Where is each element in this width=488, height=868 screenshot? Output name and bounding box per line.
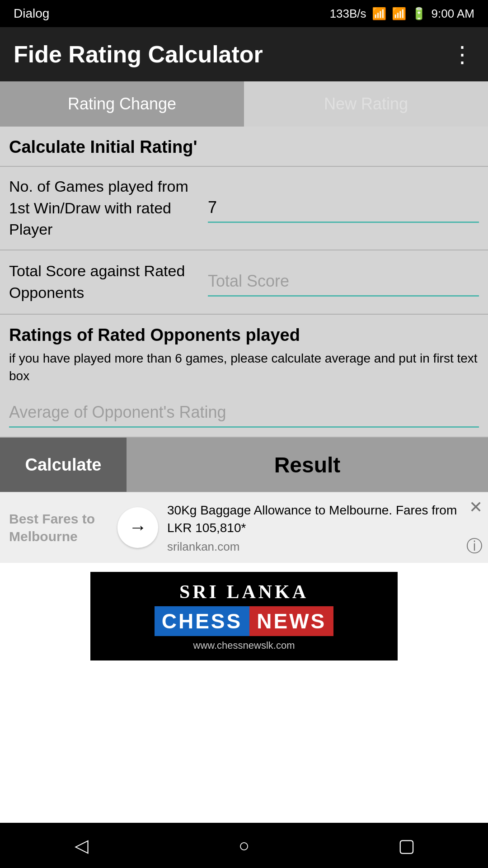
- recent-icon: ▢: [398, 835, 415, 856]
- chess-banner-line2: CHESS NEWS: [108, 606, 380, 636]
- time-display: 9:00 AM: [432, 7, 474, 21]
- section-title: Calculate Initial Rating': [9, 137, 197, 156]
- ad-main-text: 30Kg Baggage Allowance to Melbourne. Far…: [167, 501, 479, 537]
- ratings-section: Ratings of Rated Opponents played if you…: [0, 315, 488, 398]
- games-input[interactable]: [208, 193, 479, 223]
- games-input-container: [199, 193, 479, 223]
- ratings-note: if you have played more than 6 games, pl…: [9, 349, 479, 385]
- app-name: Dialog: [14, 6, 49, 21]
- chess-banner-chess: CHESS: [155, 606, 249, 636]
- more-menu-icon[interactable]: ⋮: [451, 41, 474, 67]
- chess-news-banner: SRI LANKA CHESS NEWS www.chessnewslk.com: [0, 563, 488, 670]
- ad-source: srilankan.com: [167, 540, 479, 554]
- ad-arrow-circle[interactable]: →: [117, 507, 158, 548]
- battery-icon: 🔋: [412, 7, 426, 21]
- total-score-row: Total Score against Rated Opponents: [0, 250, 488, 314]
- signal-icon: 📶: [392, 7, 406, 21]
- ratings-input-container: [0, 398, 488, 437]
- total-score-label: Total Score against Rated Opponents: [9, 260, 199, 303]
- ad-info-button[interactable]: ⓘ: [466, 535, 483, 557]
- games-row: No. of Games played from 1st Win/Draw wi…: [0, 167, 488, 250]
- bottom-nav: ◁ ○ ▢: [0, 823, 488, 868]
- ad-close-button[interactable]: ✕: [469, 498, 483, 517]
- chess-banner-content: SRI LANKA CHESS NEWS www.chessnewslk.com: [90, 572, 398, 660]
- app-title: Fide Rating Calculator: [14, 41, 263, 68]
- total-score-input-container: [199, 267, 479, 297]
- nav-back-button[interactable]: ◁: [63, 827, 99, 863]
- status-bar: Dialog 133B/s 📶 📶 🔋 9:00 AM: [0, 0, 488, 27]
- tab-rating-change[interactable]: Rating Change: [0, 81, 244, 127]
- ad-left-text: Best Fares to Melbourne: [9, 510, 108, 545]
- nav-recent-button[interactable]: ▢: [389, 827, 425, 863]
- calculate-button[interactable]: Calculate: [0, 438, 127, 492]
- back-icon: ◁: [75, 835, 89, 856]
- result-label: Result: [127, 453, 488, 477]
- wifi-icon: 📶: [372, 7, 386, 21]
- main-content: Calculate Initial Rating' No. of Games p…: [0, 127, 488, 868]
- nav-home-button[interactable]: ○: [226, 827, 262, 863]
- games-label: No. of Games played from 1st Win/Draw wi…: [9, 176, 199, 241]
- tab-new-rating-label: New Rating: [324, 94, 408, 113]
- chess-banner-news: NEWS: [249, 606, 333, 636]
- ad-right-content: 30Kg Baggage Allowance to Melbourne. Far…: [167, 501, 479, 553]
- chess-banner-line1: SRI LANKA: [108, 581, 380, 603]
- app-header: Fide Rating Calculator ⋮: [0, 27, 488, 81]
- total-score-input[interactable]: [208, 267, 479, 297]
- ad-arrow-icon: →: [129, 517, 147, 538]
- average-rating-input[interactable]: [9, 398, 479, 428]
- ratings-title: Ratings of Rated Opponents played: [9, 326, 479, 345]
- network-speed: 133B/s: [330, 7, 366, 21]
- status-right: 133B/s 📶 📶 🔋 9:00 AM: [330, 7, 474, 21]
- section-header: Calculate Initial Rating': [0, 127, 488, 166]
- chess-banner-url: www.chessnewslk.com: [108, 640, 380, 651]
- home-icon: ○: [239, 835, 249, 856]
- ad-banner: Best Fares to Melbourne → 30Kg Baggage A…: [0, 492, 488, 562]
- tab-rating-change-label: Rating Change: [68, 94, 176, 113]
- calculate-row: Calculate Result: [0, 438, 488, 492]
- calculate-label: Calculate: [25, 455, 102, 475]
- tab-new-rating[interactable]: New Rating: [244, 81, 488, 127]
- tabs-container: Rating Change New Rating: [0, 81, 488, 127]
